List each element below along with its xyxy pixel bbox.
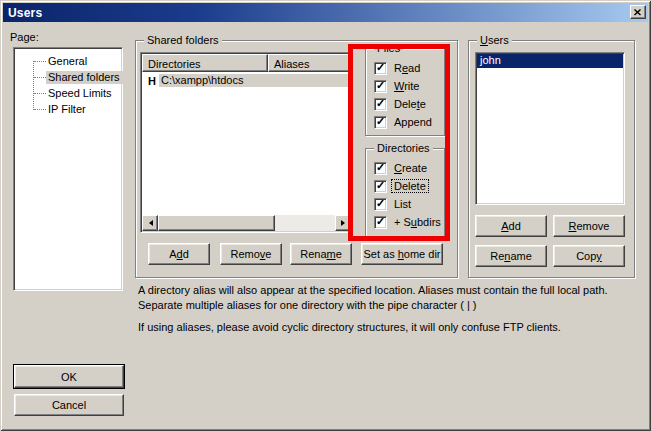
checkbox-box: ✓ xyxy=(374,116,387,129)
checkbox-append[interactable]: ✓ Append xyxy=(374,115,434,129)
set-as-home-dir-button[interactable]: Set as home dir xyxy=(361,243,443,265)
checkbox-box: ✓ xyxy=(374,162,387,175)
folder-rename-button[interactable]: Rename xyxy=(290,243,352,265)
page-item-general[interactable]: General xyxy=(14,53,122,69)
arrow-left-icon xyxy=(146,220,153,226)
page-item-ip-filter[interactable]: IP Filter xyxy=(14,101,122,117)
checkbox-label: Write xyxy=(392,80,421,92)
page-item-label: Speed Limits xyxy=(46,87,115,100)
folder-add-button[interactable]: Add xyxy=(148,243,210,265)
cancel-button[interactable]: Cancel xyxy=(14,394,124,416)
folder-remove-button[interactable]: Remove xyxy=(220,243,282,265)
user-copy-button[interactable]: Copy xyxy=(553,245,625,267)
column-header-directories[interactable]: Directories xyxy=(142,54,268,72)
users-list[interactable]: john xyxy=(475,52,625,205)
check-icon: ✓ xyxy=(376,116,385,127)
checkbox-box: ✓ xyxy=(374,98,387,111)
page-item-label: General xyxy=(46,55,90,68)
files-group-label: Files xyxy=(374,42,403,54)
user-rename-button[interactable]: Rename xyxy=(475,245,547,267)
check-icon: ✓ xyxy=(376,62,385,73)
alias-notes: A directory alias will also appear at th… xyxy=(138,283,648,335)
check-icon: ✓ xyxy=(376,80,385,91)
checkbox-label: Create xyxy=(392,162,429,174)
page-item-shared-folders[interactable]: Shared folders xyxy=(14,69,122,85)
home-marker: H xyxy=(142,75,159,87)
checkbox-label: Read xyxy=(392,62,422,74)
scrollbar-track[interactable] xyxy=(275,215,335,231)
shared-folders-group-label: Shared folders xyxy=(144,34,222,46)
checkbox-label: Delete xyxy=(392,98,428,110)
button-label: OK xyxy=(61,371,77,383)
ok-button[interactable]: OK xyxy=(14,365,124,388)
check-icon: ✓ xyxy=(376,216,385,227)
scroll-right-button[interactable] xyxy=(335,215,351,231)
checkbox-box: ✓ xyxy=(374,80,387,93)
checkbox-delete-files[interactable]: ✓ Delete xyxy=(374,97,428,111)
dialog-title: Users xyxy=(8,6,42,20)
page-item-label: IP Filter xyxy=(46,103,89,116)
check-icon: ✓ xyxy=(376,98,385,109)
checkbox-delete-dirs[interactable]: ✓ Delete xyxy=(374,179,428,193)
directory-row[interactable]: H C:\xampp\htdocs xyxy=(142,73,351,88)
button-label: Remove xyxy=(231,248,272,260)
button-label: Rename xyxy=(300,248,342,260)
alias-note-2: If using aliases, please avoid cyclic di… xyxy=(138,320,648,335)
checkbox-box: ✓ xyxy=(374,180,387,193)
button-label: Add xyxy=(501,220,521,232)
arrow-right-icon xyxy=(341,220,348,226)
close-button[interactable] xyxy=(630,5,646,19)
users-group-label: Users xyxy=(477,34,512,46)
horizontal-scrollbar[interactable] xyxy=(142,215,351,231)
page-item-label: Shared folders xyxy=(46,71,123,84)
checkbox-label: Delete xyxy=(392,180,428,192)
close-icon xyxy=(634,9,642,16)
scrollbar-thumb[interactable] xyxy=(158,215,275,231)
directories-group-label: Directories xyxy=(374,142,433,154)
button-label: Set as home dir xyxy=(363,248,440,260)
button-label: Remove xyxy=(569,220,610,232)
page-label: Page: xyxy=(10,31,39,43)
page-item-speed-limits[interactable]: Speed Limits xyxy=(14,85,122,101)
checkbox-box: ✓ xyxy=(374,216,387,229)
checkbox-subdirs[interactable]: ✓ + Subdirs xyxy=(374,215,443,229)
checkbox-write[interactable]: ✓ Write xyxy=(374,79,421,93)
checkbox-read[interactable]: ✓ Read xyxy=(374,61,422,75)
users-dialog: Users Page: General Shared folders Speed… xyxy=(0,0,651,431)
checkbox-box: ✓ xyxy=(374,198,387,211)
listview-header: Directories Aliases xyxy=(142,54,351,72)
page-list: General Shared folders Speed Limits IP F… xyxy=(13,47,123,291)
user-add-button[interactable]: Add xyxy=(475,215,547,237)
column-header-aliases[interactable]: Aliases xyxy=(268,54,351,72)
check-icon: ✓ xyxy=(376,162,385,173)
button-label: Cancel xyxy=(52,399,86,411)
check-icon: ✓ xyxy=(376,198,385,209)
user-remove-button[interactable]: Remove xyxy=(553,215,625,237)
button-label: Rename xyxy=(490,250,532,262)
checkbox-list[interactable]: ✓ List xyxy=(374,197,413,211)
button-label: Copy xyxy=(576,250,602,262)
checkbox-label: + Subdirs xyxy=(392,216,443,228)
button-label: Add xyxy=(169,248,189,260)
alias-note-1: A directory alias will also appear at th… xyxy=(138,283,648,313)
scroll-left-button[interactable] xyxy=(142,215,158,231)
checkbox-box: ✓ xyxy=(374,62,387,75)
checkbox-label: Append xyxy=(392,116,434,128)
check-icon: ✓ xyxy=(376,180,385,191)
titlebar[interactable]: Users xyxy=(3,3,648,22)
user-item-john[interactable]: john xyxy=(477,54,623,68)
directory-path: C:\xampp\htdocs xyxy=(159,74,351,87)
checkbox-create[interactable]: ✓ Create xyxy=(374,161,429,175)
checkbox-label: List xyxy=(392,198,413,210)
